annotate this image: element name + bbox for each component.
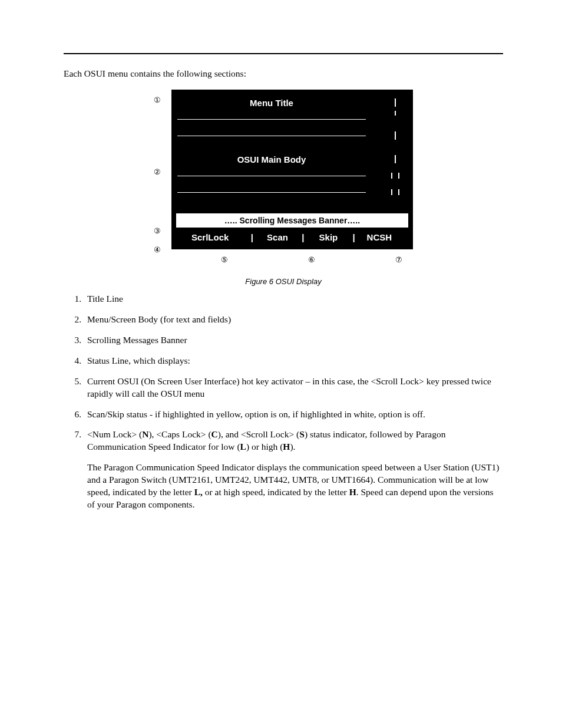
callout-5: ⑤ bbox=[189, 255, 282, 264]
callout-7: ⑦ bbox=[342, 255, 413, 264]
header-rule bbox=[64, 53, 503, 54]
menu-title-label: Menu Title bbox=[177, 98, 366, 108]
figure-container: ① ② ③ ④ Menu Title OSUI Main bbox=[64, 90, 503, 264]
list-item: Menu/Screen Body (for text and fields) bbox=[84, 314, 503, 326]
status-scan: Scan bbox=[258, 232, 297, 242]
list-item: Status Line, which displays: bbox=[84, 355, 503, 367]
list-item: <Num Lock> (N), <Caps Lock> (C), and <Sc… bbox=[84, 429, 503, 511]
list-item: Scan/Skip status - if highlighted in yel… bbox=[84, 409, 503, 421]
text: ), <Caps Lock> ( bbox=[148, 429, 211, 439]
list-item: Current OSUI (On Screen User Interface) … bbox=[84, 375, 503, 400]
left-callouts: ① ② ③ ④ bbox=[154, 90, 170, 264]
list-item-paragraph: The Paragon Communication Speed Indicato… bbox=[87, 462, 503, 511]
bold-H2: H bbox=[349, 487, 356, 497]
status-sep: | bbox=[353, 232, 355, 242]
list-item: Title Line bbox=[84, 293, 503, 305]
bold-S: S bbox=[299, 429, 305, 439]
bold-L: L bbox=[240, 442, 246, 452]
callout-1: ① bbox=[154, 95, 161, 104]
osui-display: Menu Title OSUI Main Body bbox=[171, 90, 413, 249]
bold-H: H bbox=[283, 442, 290, 452]
callout-3: ③ bbox=[154, 226, 161, 235]
legend-list: Title Line Menu/Screen Body (for text an… bbox=[64, 293, 503, 511]
status-sep: | bbox=[302, 232, 304, 242]
list-item: Scrolling Messages Banner bbox=[84, 334, 503, 347]
bold-L2: L, bbox=[194, 487, 203, 497]
bold-C: C bbox=[211, 429, 218, 439]
text: or at high speed, indicated by the lette… bbox=[203, 487, 349, 497]
figure-caption: Figure 6 OSUI Display bbox=[64, 277, 503, 286]
intro-text: Each OSUI menu contains the following se… bbox=[64, 68, 503, 79]
scrolling-banner: ….. Scrolling Messages Banner….. bbox=[176, 213, 408, 228]
callout-4: ④ bbox=[154, 245, 161, 254]
text: ), and <Scroll Lock> ( bbox=[218, 429, 299, 439]
text: <Num Lock> ( bbox=[87, 429, 142, 439]
text: ). bbox=[290, 442, 295, 452]
status-scrllock: ScrlLock bbox=[186, 232, 246, 242]
main-body-label: OSUI Main Body bbox=[177, 154, 366, 164]
status-ncsh: NCSH bbox=[360, 232, 399, 242]
callout-2: ② bbox=[154, 167, 161, 176]
text: ) or high ( bbox=[246, 442, 283, 452]
status-sep: | bbox=[251, 232, 253, 242]
status-line: ScrlLock | Scan | Skip | NCSH bbox=[177, 231, 407, 245]
bold-N: N bbox=[142, 429, 148, 439]
bottom-callouts: ⑤ ⑥ ⑦ bbox=[171, 249, 413, 264]
callout-6: ⑥ bbox=[282, 255, 342, 264]
status-skip: Skip bbox=[309, 232, 348, 242]
